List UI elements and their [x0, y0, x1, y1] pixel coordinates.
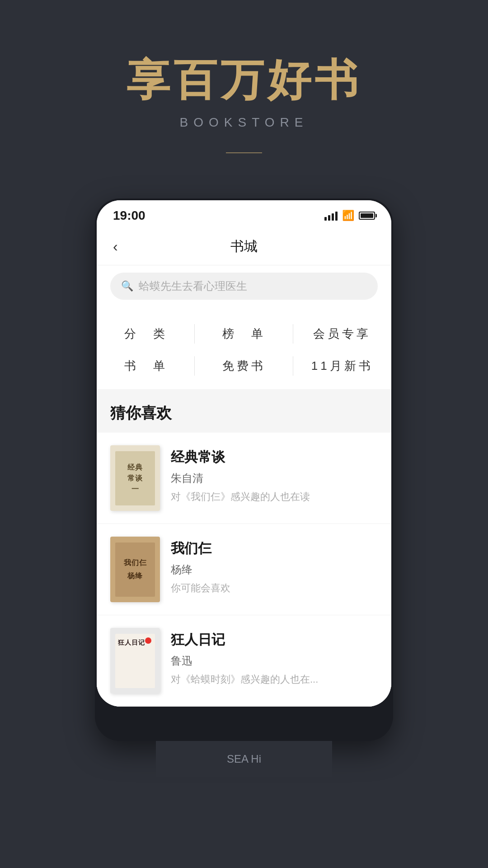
category-item-vip[interactable]: 会员专享 [293, 318, 391, 350]
search-bar[interactable]: 🔍 蛤蟆先生去看心理医生 [110, 273, 378, 300]
signal-icon [324, 211, 338, 221]
recommendation-section: 猜你喜欢 经典常谈一 经典常谈 朱自清 对《我们仨》感兴趣的人也在读 [97, 389, 391, 707]
book-desc-2: 你可能会喜欢 [171, 581, 378, 595]
search-placeholder: 蛤蟆先生去看心理医生 [139, 279, 247, 293]
phone-mockup: 19:00 📶 ‹ 书城 🔍 蛤蟆先 [95, 198, 393, 741]
category-item-new[interactable]: 11月新书 [293, 350, 391, 382]
book-item-3[interactable]: 狂人日记 狂人日记 鲁迅 对《蛤蟆时刻》感兴趣的人也在... [97, 615, 391, 707]
book-item-1[interactable]: 经典常谈一 经典常谈 朱自清 对《我们仨》感兴趣的人也在读 [97, 433, 391, 524]
book-title-1: 经典常谈 [171, 448, 378, 467]
divider [226, 152, 262, 153]
category-menu: 分 类 榜 单 会员专享 书 单 免费书 11月新书 [97, 309, 391, 389]
book-title-3: 狂人日记 [171, 631, 378, 649]
book-desc-3: 对《蛤蟆时刻》感兴趣的人也在... [171, 673, 378, 686]
phone-inner: 19:00 📶 ‹ 书城 🔍 蛤蟆先 [97, 200, 391, 707]
back-button[interactable]: ‹ [113, 238, 118, 255]
bottom-text: SEA Hi [227, 753, 261, 765]
book-desc-1: 对《我们仨》感兴趣的人也在读 [171, 490, 378, 504]
category-item-shudan[interactable]: 书 单 [97, 350, 195, 382]
subtitle: BOOKSTORE [180, 115, 309, 130]
book-author-2: 杨绛 [171, 562, 378, 577]
search-icon: 🔍 [121, 280, 133, 292]
book-author-1: 朱自清 [171, 471, 378, 486]
book-cover-2: 我们仨杨绛 [110, 537, 160, 602]
status-icons: 📶 [324, 210, 375, 222]
nav-title: 书城 [230, 237, 258, 256]
book-title-2: 我们仨 [171, 539, 378, 558]
category-item-fenlei[interactable]: 分 类 [97, 318, 195, 350]
category-item-bangdan[interactable]: 榜 单 [195, 318, 293, 350]
nav-bar: ‹ 书城 [97, 228, 391, 265]
category-item-free[interactable]: 免费书 [195, 350, 293, 382]
bottom-partial: SEA Hi [156, 741, 332, 777]
red-dot-icon [145, 637, 151, 644]
book-info-3: 狂人日记 鲁迅 对《蛤蟆时刻》感兴趣的人也在... [171, 628, 378, 686]
book-info-1: 经典常谈 朱自清 对《我们仨》感兴趣的人也在读 [171, 445, 378, 504]
book-item-2[interactable]: 我们仨杨绛 我们仨 杨绛 你可能会喜欢 [97, 524, 391, 615]
search-container: 🔍 蛤蟆先生去看心理医生 [97, 265, 391, 309]
wifi-icon: 📶 [342, 210, 354, 222]
book-cover-3: 狂人日记 [110, 628, 160, 693]
book-list: 经典常谈一 经典常谈 朱自清 对《我们仨》感兴趣的人也在读 我们仨杨绛 [97, 433, 391, 707]
status-bar: 19:00 📶 [97, 200, 391, 228]
recommendation-title: 猜你喜欢 [97, 403, 391, 433]
battery-icon [359, 212, 375, 220]
main-title: 享百万好书 [127, 54, 361, 106]
book-info-2: 我们仨 杨绛 你可能会喜欢 [171, 537, 378, 595]
status-time: 19:00 [113, 208, 145, 223]
book-cover-1: 经典常谈一 [110, 445, 160, 511]
header-section: 享百万好书 BOOKSTORE [0, 0, 488, 180]
book-author-3: 鲁迅 [171, 654, 378, 668]
